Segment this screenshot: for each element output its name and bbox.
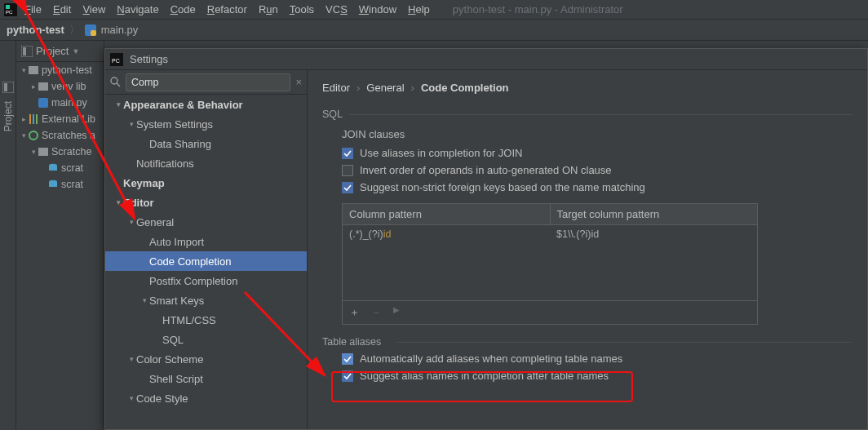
clear-search-icon[interactable]: × xyxy=(295,76,302,88)
menu-view[interactable]: View xyxy=(78,2,110,17)
settings-nav-item[interactable]: SQL xyxy=(105,330,307,349)
project-tool-icon[interactable] xyxy=(2,82,14,93)
checkbox-label: Invert order of operands in auto-generat… xyxy=(360,164,612,176)
svg-rect-4 xyxy=(91,30,96,36)
editor-breadcrumb: python-test 〉 main.py xyxy=(0,20,868,41)
col-header-target: Target column pattern xyxy=(551,204,758,224)
checkbox-auto-add-aliases[interactable]: Automatically add aliases when completin… xyxy=(342,352,852,365)
settings-nav-item[interactable]: ▾System Settings xyxy=(105,114,307,134)
settings-nav-item[interactable]: Auto Import xyxy=(105,232,307,251)
checkbox-suggest-foreign-keys[interactable]: Suggest non-strict foreign keys based on… xyxy=(342,181,852,193)
remove-row-button[interactable]: － xyxy=(371,305,382,320)
checkbox-icon xyxy=(342,148,353,159)
table-aliases-header: Table aliases xyxy=(322,336,852,348)
nav-item-label: Smart Keys xyxy=(149,295,204,307)
settings-nav-item[interactable]: Postfix Completion xyxy=(105,271,307,290)
col-header-pattern: Column pattern xyxy=(343,204,551,224)
sql-section-header: SQL xyxy=(322,109,852,120)
nav-item-label: System Settings xyxy=(136,118,213,131)
checkbox-label: Use aliases in completion for JOIN xyxy=(360,147,522,159)
menu-file[interactable]: File xyxy=(20,2,46,17)
settings-nav-item[interactable]: Notifications xyxy=(105,153,307,173)
svg-rect-12 xyxy=(29,114,31,124)
menu-tools[interactable]: Tools xyxy=(285,2,319,17)
tree-row[interactable]: ▸venv lib xyxy=(16,78,104,95)
checkbox-suggest-alias-names[interactable]: Suggest alias names in completion after … xyxy=(342,370,852,382)
settings-nav-item[interactable]: ▾Smart Keys xyxy=(105,290,307,310)
bc-editor[interactable]: Editor xyxy=(322,82,350,94)
svg-rect-9 xyxy=(29,66,38,74)
menu-code[interactable]: Code xyxy=(166,2,201,17)
settings-search-input[interactable] xyxy=(126,73,290,91)
svg-point-23 xyxy=(111,78,117,84)
tree-row[interactable]: ▸External Lib xyxy=(16,111,104,127)
project-view-dropdown-icon[interactable]: ▼ xyxy=(72,47,79,55)
svg-rect-8 xyxy=(23,47,26,55)
folder-icon xyxy=(28,64,39,76)
project-tool-header[interactable]: Project ▼ xyxy=(16,41,104,62)
tree-arrow-icon: ▾ xyxy=(126,218,136,226)
tree-row[interactable]: scrat xyxy=(16,176,104,193)
project-tool-tab[interactable]: Project xyxy=(2,98,14,135)
project-tool-window: Project ▼ ▾python-test ▸venv lib main.py… xyxy=(16,41,104,430)
tree-row[interactable]: ▾python-test xyxy=(16,62,104,78)
menu-help[interactable]: Help xyxy=(403,2,435,17)
nav-item-label: Notifications xyxy=(136,157,194,170)
settings-nav-item[interactable]: ▾Appearance & Behavior xyxy=(105,95,307,114)
chevron-right-icon: › xyxy=(411,82,414,94)
settings-nav-item[interactable]: Data Sharing xyxy=(105,134,307,153)
settings-nav-item[interactable]: ▾General xyxy=(105,212,307,232)
menu-run[interactable]: Run xyxy=(254,2,283,17)
settings-title: Settings xyxy=(130,53,168,65)
menu-edit[interactable]: Edit xyxy=(48,2,76,17)
checkbox-use-aliases-join[interactable]: Use aliases in completion for JOIN xyxy=(342,147,852,159)
settings-nav-item[interactable]: HTML/CSS xyxy=(105,310,307,330)
settings-nav-item[interactable]: ▾Code Style xyxy=(105,388,307,408)
crumb-project[interactable]: python-test xyxy=(7,24,64,36)
crumb-file[interactable]: main.py xyxy=(101,24,139,36)
tree-row[interactable]: ▾Scratche xyxy=(16,144,104,160)
settings-nav-item[interactable]: ▾Color Scheme xyxy=(105,349,307,369)
tree-arrow-icon: ▾ xyxy=(113,100,123,109)
nav-item-label: General xyxy=(136,216,174,228)
tree-row[interactable]: main.py xyxy=(16,95,104,111)
scratch-icon xyxy=(28,130,39,141)
settings-breadcrumb: Editor › General › Code Completion xyxy=(322,82,852,94)
svg-rect-18 xyxy=(49,166,57,171)
nav-item-label: Editor xyxy=(123,197,154,209)
settings-nav-tree: ▾Appearance & Behavior▾System SettingsDa… xyxy=(105,95,307,429)
menu-window[interactable]: Window xyxy=(354,2,401,17)
settings-nav-item[interactable]: ▾Editor xyxy=(105,193,307,212)
checkbox-invert-operands[interactable]: Invert order of operands in auto-generat… xyxy=(342,164,852,176)
tree-row[interactable]: scrat xyxy=(16,160,104,176)
svg-rect-13 xyxy=(33,114,34,124)
menu-refactor[interactable]: Refactor xyxy=(202,2,252,17)
python-file-icon xyxy=(85,24,96,36)
cell-pattern: (.*)_(?i)id xyxy=(343,225,550,243)
settings-titlebar: PC Settings xyxy=(105,49,867,70)
window-title: python-test - main.py - Administrator xyxy=(453,3,623,16)
table-row[interactable]: (.*)_(?i)id $1\\.(?i)id xyxy=(343,225,757,243)
pattern-table: Column pattern Target column pattern (.*… xyxy=(342,203,758,325)
checkbox-icon xyxy=(342,370,353,382)
tree-row[interactable]: ▾Scratches a xyxy=(16,127,104,144)
checkbox-label: Suggest non-strict foreign keys based on… xyxy=(360,181,645,193)
tree-arrow-icon: ▾ xyxy=(140,296,149,304)
bc-general[interactable]: General xyxy=(366,82,404,94)
cell-target: $1\\.(?i)id xyxy=(550,225,757,243)
run-pattern-button[interactable]: ▶ xyxy=(393,305,400,320)
nav-item-label: Data Sharing xyxy=(149,138,211,150)
svg-rect-14 xyxy=(36,114,38,124)
menu-navigate[interactable]: Navigate xyxy=(112,2,163,17)
library-icon xyxy=(28,113,39,125)
menu-vcs[interactable]: VCS xyxy=(321,2,352,17)
settings-search: × xyxy=(105,70,307,95)
tree-arrow-icon: ▾ xyxy=(126,120,136,128)
nav-item-label: Color Scheme xyxy=(136,353,203,366)
nav-item-label: SQL xyxy=(162,334,184,346)
settings-nav-item[interactable]: Keymap xyxy=(105,173,307,193)
svg-rect-20 xyxy=(49,182,57,187)
add-row-button[interactable]: ＋ xyxy=(349,305,360,320)
settings-nav-item[interactable]: Code Completion xyxy=(105,251,307,271)
settings-nav-item[interactable]: Shell Script xyxy=(105,369,307,388)
